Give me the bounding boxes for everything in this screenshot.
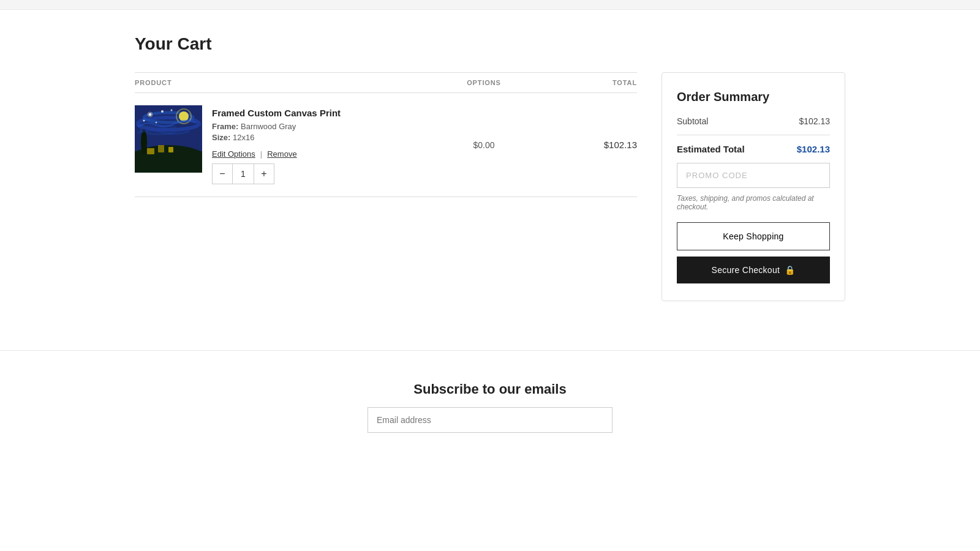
summary-title: Order Summary (677, 90, 830, 104)
svg-point-17 (141, 130, 147, 154)
cart-layout: PRODUCT OPTIONS TOTAL (135, 72, 845, 301)
subtotal-label: Subtotal (677, 116, 708, 126)
keep-shopping-button[interactable]: Keep Shopping (677, 222, 830, 250)
product-actions: Edit Options | Remove (212, 149, 341, 159)
product-image (135, 105, 202, 173)
item-total-price: $102.13 (604, 140, 637, 150)
action-separator: | (260, 149, 262, 159)
taxes-note: Taxes, shipping, and promos calculated a… (677, 194, 830, 211)
quantity-decrease-button[interactable]: − (213, 164, 232, 184)
estimated-total-label: Estimated Total (677, 144, 745, 154)
product-name: Framed Custom Canvas Print (212, 108, 341, 118)
footer: Subscribe to our emails (0, 350, 980, 463)
cart-main: PRODUCT OPTIONS TOTAL (135, 72, 637, 197)
svg-rect-14 (147, 148, 154, 154)
subscribe-form (368, 407, 612, 433)
email-input[interactable] (368, 407, 612, 433)
product-size: Size: 12x16 (212, 133, 341, 142)
total-cell: $102.13 (545, 140, 637, 150)
top-bar (0, 0, 980, 10)
order-summary: Order Summary Subtotal $102.13 Estimated… (662, 72, 845, 301)
svg-point-11 (156, 122, 157, 124)
quantity-increase-button[interactable]: + (254, 164, 274, 184)
promo-code-input[interactable] (677, 163, 830, 188)
product-frame: Frame: Barnwood Gray (212, 122, 341, 131)
lock-icon: 🔒 (785, 265, 795, 275)
svg-point-8 (161, 110, 164, 113)
frame-label: Frame: (212, 122, 238, 131)
svg-rect-13 (135, 151, 202, 173)
edit-options-link[interactable]: Edit Options (212, 149, 255, 159)
svg-point-10 (143, 120, 145, 122)
page-wrapper: Your Cart PRODUCT OPTIONS TOTAL (123, 10, 858, 350)
estimated-total-row: Estimated Total $102.13 (677, 135, 830, 154)
quantity-value: 1 (232, 164, 254, 184)
svg-point-6 (149, 113, 152, 116)
options-cell: $0.00 (423, 140, 545, 150)
estimated-total-value: $102.13 (797, 144, 830, 154)
page-title: Your Cart (135, 34, 845, 54)
svg-point-9 (171, 110, 173, 111)
svg-point-4 (179, 111, 189, 121)
item-options-price: $0.00 (473, 140, 494, 150)
subtotal-value: $102.13 (799, 116, 830, 126)
quantity-control: − 1 + (212, 163, 274, 184)
header-product: PRODUCT (135, 79, 423, 86)
svg-rect-16 (168, 147, 173, 152)
subscribe-title: Subscribe to our emails (12, 381, 968, 397)
remove-link[interactable]: Remove (267, 149, 296, 159)
table-row: Framed Custom Canvas Print Frame: Barnwo… (135, 93, 637, 197)
frame-value: Barnwood Gray (241, 122, 296, 131)
product-cell: Framed Custom Canvas Print Frame: Barnwo… (135, 105, 423, 184)
secure-checkout-button[interactable]: Secure Checkout 🔒 (677, 257, 830, 283)
product-info: Framed Custom Canvas Print Frame: Barnwo… (212, 105, 341, 184)
header-options: OPTIONS (423, 79, 545, 86)
subtotal-row: Subtotal $102.13 (677, 116, 830, 126)
size-value: 12x16 (233, 133, 254, 142)
size-label: Size: (212, 133, 230, 142)
cart-table-header: PRODUCT OPTIONS TOTAL (135, 72, 637, 93)
svg-rect-15 (158, 145, 164, 152)
header-total: TOTAL (545, 79, 637, 86)
checkout-label: Secure Checkout (712, 265, 780, 275)
